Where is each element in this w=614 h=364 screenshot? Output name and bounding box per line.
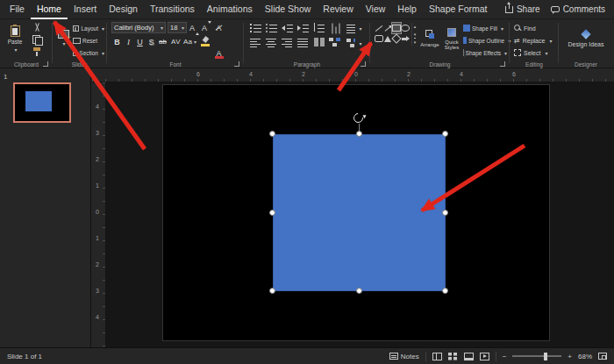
slideshow-view-button[interactable] <box>480 353 489 360</box>
share-button[interactable]: Share <box>505 4 540 14</box>
replace-button[interactable]: ⇄ Replace ▾ <box>514 35 554 46</box>
arrange-label: Arrange <box>420 42 439 47</box>
paste-button[interactable]: Paste ▾ <box>4 21 25 56</box>
bold-button[interactable]: B <box>111 36 123 47</box>
resize-handle-middle-left[interactable] <box>269 210 275 216</box>
justify-button[interactable] <box>297 38 310 47</box>
tab-slide-show[interactable]: Slide Show <box>259 0 318 19</box>
tab-transitions[interactable]: Transitions <box>144 0 201 19</box>
resize-handle-middle-right[interactable] <box>442 210 448 216</box>
shape-arrow-tool[interactable] <box>383 23 392 33</box>
resize-handle-top-left[interactable] <box>269 131 275 137</box>
comments-button[interactable]: Comments <box>551 4 605 14</box>
text-highlight-button[interactable] <box>200 36 211 47</box>
line-spacing-button[interactable] <box>313 23 325 32</box>
shape-block-arrow-tool[interactable] <box>401 33 410 44</box>
resize-handle-bottom-left[interactable] <box>269 288 275 294</box>
clipboard-dialog-launcher[interactable] <box>43 61 48 67</box>
align-text-button[interactable]: ▾ <box>345 23 364 33</box>
shape-oval-tool[interactable] <box>401 23 410 33</box>
slide-1-thumbnail[interactable] <box>13 82 71 123</box>
tab-insert[interactable]: Insert <box>68 0 103 19</box>
shape-rectangle-tool[interactable] <box>392 23 401 33</box>
layout-button[interactable]: Layout ▾ <box>73 23 104 33</box>
zoom-slider-thumb[interactable] <box>544 353 547 360</box>
rotate-handle[interactable] <box>352 111 365 125</box>
selected-rectangle-shape[interactable] <box>273 134 446 291</box>
align-left-button[interactable] <box>250 38 262 47</box>
tab-file[interactable]: File <box>4 0 31 19</box>
font-color-button[interactable]: A <box>213 47 225 59</box>
fit-slide-to-window-button[interactable] <box>598 353 607 360</box>
tab-animations[interactable]: Animations <box>201 0 259 19</box>
section-button[interactable]: Section ▾ <box>73 47 104 58</box>
text-options-button[interactable]: ▾ <box>345 38 364 48</box>
cut-button[interactable] <box>31 22 43 32</box>
shape-effects-icon <box>463 49 464 56</box>
format-painter-button[interactable] <box>31 46 43 57</box>
notes-button[interactable]: Notes <box>389 353 419 360</box>
resize-handle-bottom-center[interactable] <box>356 288 362 294</box>
clear-formatting-button[interactable]: A <box>213 22 225 33</box>
font-size-select[interactable]: 18 ▾ <box>168 22 187 33</box>
shapes-scroll-up-icon[interactable]: ▴ <box>414 23 417 30</box>
shape-diamond-tool[interactable] <box>392 33 401 44</box>
shapes-scroll-down-icon[interactable]: ▾ <box>414 31 417 38</box>
numbering-button[interactable] <box>266 23 278 32</box>
slide-canvas[interactable] <box>106 82 614 347</box>
increase-font-size-button[interactable]: A <box>189 22 200 33</box>
tab-home[interactable]: Home <box>31 0 68 19</box>
arrange-button[interactable]: Arrange <box>419 23 440 54</box>
shape-line-tool[interactable] <box>375 23 383 33</box>
change-case-button[interactable]: Aa▾ <box>184 36 196 47</box>
shapes-more-icon[interactable]: ▾ <box>414 38 417 46</box>
quick-styles-button[interactable]: Quick Styles <box>441 23 462 54</box>
decrease-font-size-button[interactable]: A <box>201 22 212 33</box>
zoom-out-button[interactable]: − <box>503 353 507 360</box>
select-button[interactable]: Select ▾ <box>514 47 554 58</box>
zoom-level[interactable]: 68% <box>578 353 592 360</box>
text-direction-button[interactable] <box>331 22 340 34</box>
tab-review[interactable]: Review <box>317 0 359 19</box>
tab-view[interactable]: View <box>360 0 392 19</box>
zoom-in-button[interactable]: + <box>568 353 572 360</box>
tab-design[interactable]: Design <box>103 0 144 19</box>
normal-view-button[interactable] <box>432 353 442 360</box>
character-spacing-button[interactable]: AV <box>170 36 182 47</box>
italic-button[interactable]: I <box>123 36 134 47</box>
resize-handle-top-center[interactable] <box>356 131 362 137</box>
drawing-dialog-launcher[interactable] <box>500 61 505 67</box>
slide-indicator: Slide 1 of 1 <box>7 353 42 360</box>
font-size-value: 18 <box>170 24 177 32</box>
tab-shape-format[interactable]: Shape Format <box>423 0 494 19</box>
resize-handle-top-right[interactable] <box>442 131 448 137</box>
zoom-slider[interactable] <box>512 355 561 357</box>
align-right-button[interactable] <box>282 38 294 47</box>
shape-outline-button[interactable]: Shape Outline ▾ <box>463 35 507 46</box>
shape-fill-button[interactable]: Shape Fill ▾ <box>463 23 507 33</box>
design-ideas-button[interactable]: Design Ideas <box>564 22 608 57</box>
convert-smartart-button[interactable] <box>329 38 341 47</box>
tab-help[interactable]: Help <box>391 0 423 19</box>
align-center-button[interactable] <box>266 38 278 47</box>
find-button[interactable]: Find <box>514 23 554 33</box>
shape-rounded-rectangle-tool[interactable] <box>375 33 383 44</box>
columns-button[interactable] <box>313 38 325 47</box>
reading-view-button[interactable] <box>464 353 474 360</box>
slide-sorter-view-button[interactable] <box>448 353 458 360</box>
copy-button[interactable] <box>31 34 43 45</box>
bullets-button[interactable] <box>250 23 262 32</box>
slide-1[interactable] <box>162 84 550 341</box>
paragraph-dialog-launcher[interactable] <box>361 61 366 67</box>
resize-handle-bottom-right[interactable] <box>442 288 448 294</box>
shape-effects-button[interactable]: Shape Effects ▾ <box>463 47 507 58</box>
font-family-select[interactable]: Calibri (Body) ▾ <box>111 22 166 33</box>
increase-indent-button[interactable] <box>297 23 310 32</box>
text-shadow-button[interactable]: S <box>146 36 157 47</box>
underline-button[interactable]: U <box>134 36 146 47</box>
new-slide-button[interactable]: ▾ <box>55 25 71 51</box>
decrease-indent-button[interactable] <box>282 23 294 32</box>
reset-button[interactable]: Reset <box>73 35 104 46</box>
strikethrough-button[interactable]: ab <box>157 36 168 47</box>
font-dialog-launcher[interactable] <box>234 61 239 67</box>
